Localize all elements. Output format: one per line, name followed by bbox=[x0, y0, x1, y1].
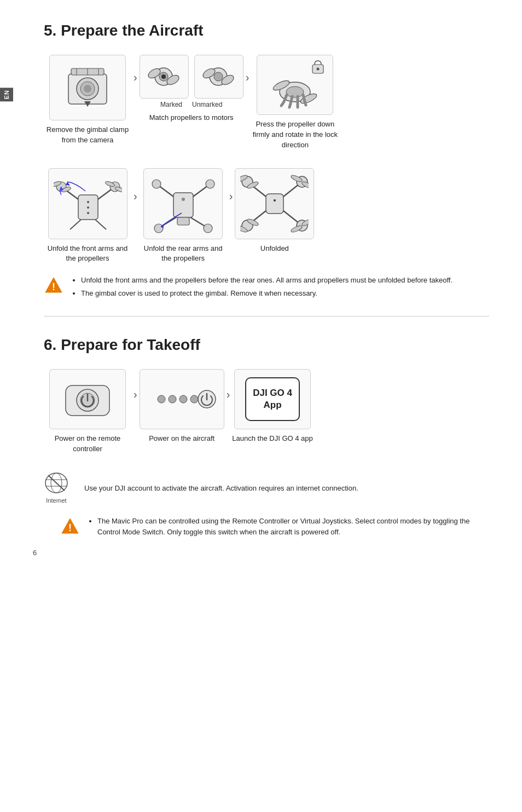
en-label: EN bbox=[0, 88, 13, 101]
caption-power-remote: Power on the remote controller bbox=[44, 434, 131, 454]
img-unfold-rear bbox=[143, 168, 223, 239]
page: EN 5. Prepare the Aircraft bbox=[0, 0, 522, 572]
label-marked: Marked bbox=[160, 101, 182, 108]
svg-point-19 bbox=[286, 87, 304, 97]
svg-line-42 bbox=[159, 186, 173, 197]
svg-point-3 bbox=[84, 85, 91, 93]
warning-icon-1: ! bbox=[44, 276, 63, 296]
svg-point-13 bbox=[161, 74, 166, 79]
svg-point-43 bbox=[152, 180, 161, 188]
match-prop-imgs: Marked Unmarked bbox=[140, 55, 243, 108]
section5-row2: Unfold the front arms and the propellers… bbox=[44, 168, 489, 264]
img-remove-gimbal bbox=[49, 55, 126, 120]
step-remove-gimbal: Remove the gimbal clamp from the camera bbox=[44, 55, 131, 146]
svg-point-78 bbox=[190, 395, 198, 403]
caption-launch-app: Launch the DJI GO 4 app bbox=[232, 434, 312, 444]
img-power-aircraft bbox=[140, 369, 224, 429]
step-power-aircraft: Power on the aircraft bbox=[140, 369, 224, 444]
step-press-propeller: Press the propeller down firmly and rota… bbox=[251, 55, 339, 151]
label-unmarked: Unmarked bbox=[192, 101, 222, 108]
section6-title: 6. Prepare for Takeoff bbox=[44, 336, 489, 354]
svg-point-47 bbox=[154, 224, 163, 233]
svg-line-44 bbox=[193, 186, 208, 197]
svg-line-48 bbox=[190, 217, 206, 227]
section5: 5. Prepare the Aircraft bbox=[44, 22, 489, 301]
svg-line-58 bbox=[283, 184, 299, 197]
svg-line-66 bbox=[283, 211, 299, 223]
caption-remove-gimbal: Remove the gimbal clamp from the camera bbox=[44, 125, 131, 146]
svg-line-32 bbox=[98, 188, 113, 199]
caption-press-propeller: Press the propeller down firmly and rota… bbox=[251, 119, 339, 151]
caption-unfolded: Unfolded bbox=[260, 244, 289, 254]
section5-notes: ! Unfold the front arms and the propelle… bbox=[44, 275, 489, 301]
internet-note-content: Use your DJI account to activate the air… bbox=[84, 484, 358, 492]
svg-rect-52 bbox=[266, 194, 283, 214]
svg-point-15 bbox=[214, 72, 223, 81]
internet-note-text: Use your DJI account to activate the air… bbox=[84, 483, 489, 494]
arrow3: › bbox=[131, 190, 140, 203]
svg-point-25 bbox=[87, 201, 89, 203]
section5-title: 5. Prepare the Aircraft bbox=[44, 22, 489, 39]
section5-row1: Remove the gimbal clamp from the camera … bbox=[44, 55, 489, 151]
section6: 6. Prepare for Takeoff bbox=[44, 336, 489, 539]
svg-text:!: ! bbox=[52, 281, 55, 292]
svg-rect-40 bbox=[173, 193, 193, 217]
caption-match-propellers: Match propellers to motors bbox=[149, 113, 234, 123]
section6-warning-text: The Mavic Pro can be controlled using th… bbox=[88, 516, 489, 539]
step-unfold-front: Unfold the front arms and the propellers bbox=[44, 168, 131, 264]
svg-point-76 bbox=[169, 395, 176, 403]
caption-unfold-front: Unfold the front arms and the propellers bbox=[44, 244, 131, 264]
arrow1: › bbox=[131, 71, 140, 84]
internet-note-box: Internet Use your DJI account to activat… bbox=[44, 472, 489, 505]
svg-point-41 bbox=[182, 198, 185, 201]
step-unfold-rear: Unfold the rear arms and the propellers bbox=[140, 168, 227, 264]
arrow5: › bbox=[131, 388, 140, 401]
arrow6: › bbox=[224, 388, 233, 401]
caption-power-aircraft: Power on the aircraft bbox=[149, 434, 214, 444]
page-number: 6 bbox=[33, 549, 37, 557]
step-launch-app: DJI GO 4App Launch the DJI GO 4 app bbox=[232, 369, 312, 444]
caption-unfold-rear: Unfold the rear arms and the propellers bbox=[140, 244, 227, 264]
svg-text:!: ! bbox=[68, 522, 72, 533]
step-match-propellers: Marked Unmarked Match propellers to moto… bbox=[140, 55, 243, 123]
warning-icon-2: ! bbox=[60, 517, 80, 537]
svg-rect-50 bbox=[177, 217, 189, 225]
dji-go-box: DJI GO 4App bbox=[245, 377, 300, 421]
img-press-propeller bbox=[257, 55, 333, 115]
img-unfold-front bbox=[48, 168, 127, 239]
arrow2: › bbox=[243, 71, 252, 84]
svg-point-77 bbox=[179, 395, 187, 403]
svg-point-53 bbox=[274, 199, 276, 201]
svg-point-26 bbox=[87, 206, 89, 209]
img-unmarked-prop bbox=[194, 55, 243, 99]
svg-point-27 bbox=[87, 212, 89, 214]
svg-line-36 bbox=[70, 220, 81, 229]
note-item-1: Unfold the front arms and the propellers… bbox=[81, 275, 489, 286]
sub-labels: Marked Unmarked bbox=[160, 101, 222, 108]
img-marked-prop bbox=[140, 55, 189, 99]
img-unfolded bbox=[235, 168, 314, 239]
warning-item-1: The Mavic Pro can be controlled using th… bbox=[97, 516, 489, 537]
section5-note-text: Unfold the front arms and the propellers… bbox=[71, 275, 489, 301]
section6-row: Power on the remote controller › bbox=[44, 369, 489, 454]
internet-label: Internet bbox=[46, 496, 66, 505]
svg-point-49 bbox=[204, 224, 212, 233]
svg-point-75 bbox=[158, 395, 165, 403]
arrow4: › bbox=[227, 190, 235, 203]
img-power-remote bbox=[49, 369, 126, 429]
svg-line-37 bbox=[95, 220, 106, 229]
svg-point-23 bbox=[317, 67, 320, 70]
img-launch-app: DJI GO 4App bbox=[234, 369, 311, 429]
section-divider bbox=[44, 316, 489, 316]
step-power-remote: Power on the remote controller bbox=[44, 369, 131, 454]
svg-point-45 bbox=[206, 180, 214, 188]
internet-icon-block: Internet bbox=[44, 472, 69, 505]
dji-go-label: DJI GO 4App bbox=[253, 387, 292, 411]
section6-warning-box: ! The Mavic Pro can be controlled using … bbox=[44, 516, 489, 539]
note-item-2: The gimbal cover is used to protect the … bbox=[81, 288, 489, 299]
step-unfolded: Unfolded bbox=[235, 168, 314, 254]
internet-icon bbox=[44, 472, 69, 494]
